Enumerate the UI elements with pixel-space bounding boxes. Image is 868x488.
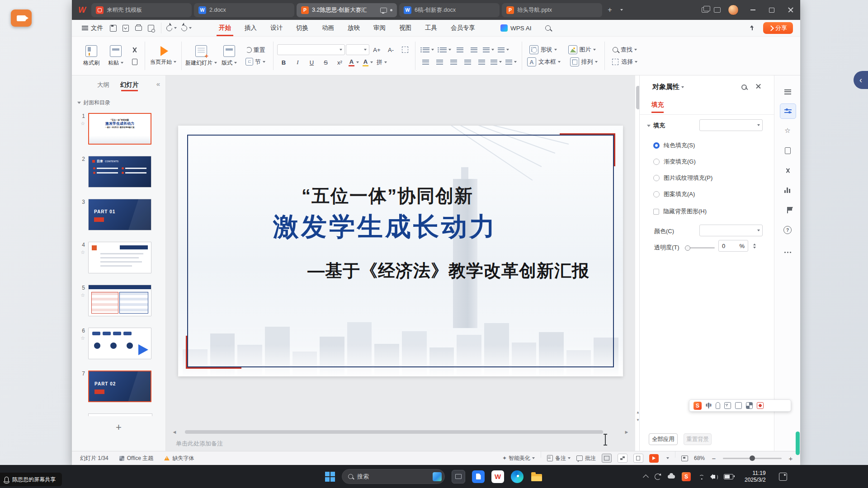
object-properties-icon[interactable] <box>780 103 796 119</box>
radio-gradient-fill[interactable]: 渐变填充(G) <box>653 158 696 166</box>
tab-header-nav-pptx[interactable]: P 抬头导航.pptx <box>502 3 602 17</box>
slide-thumbnail-peek[interactable] <box>88 413 152 416</box>
slide-thumbnail-1[interactable]: “五位一体”协同创新 激发学生成长动力 —基于《经济法》教学改革创新汇报 <box>88 113 151 145</box>
numbering-button[interactable] <box>436 45 453 55</box>
file-explorer-icon[interactable] <box>530 470 543 483</box>
copy-button[interactable] <box>128 57 141 67</box>
zoom-thumb[interactable] <box>750 455 755 461</box>
tab-docer[interactable]: 来稻壳 找模板 <box>91 3 192 17</box>
star-icon[interactable]: ☆ <box>780 123 795 138</box>
help-icon[interactable]: ? <box>780 223 795 237</box>
menu-tab-tools[interactable]: 工具 <box>418 20 444 36</box>
comments-button[interactable]: 批注 <box>576 455 596 462</box>
keyboard-icon[interactable] <box>724 402 731 409</box>
handwriting-grid-icon[interactable] <box>746 402 753 409</box>
tab-document-6[interactable]: W 6稿-创新赛.docx <box>399 3 500 17</box>
tab-slides[interactable]: 幻灯片 <box>120 81 139 89</box>
ime-mode-toggle[interactable]: 中 <box>706 402 712 410</box>
screen-share-banner[interactable]: 陈思思的屏幕共享 <box>0 473 62 486</box>
menu-tab-design[interactable]: 设计 <box>264 20 289 36</box>
menu-tab-insert[interactable]: 插入 <box>238 20 264 36</box>
arrange-button[interactable]: 排列 <box>566 57 601 67</box>
menu-tab-review[interactable]: 审阅 <box>367 20 392 36</box>
maximize-button[interactable] <box>762 0 781 20</box>
slide-thumbnail-6[interactable] <box>88 328 151 359</box>
picture-button[interactable]: 图片 <box>565 45 599 55</box>
apply-all-button[interactable]: 全部应用 <box>649 433 678 445</box>
slide-main-title[interactable]: 激发学生成长动力 <box>273 210 497 244</box>
pages-icon[interactable] <box>780 143 795 158</box>
sogou-logo[interactable]: S <box>693 402 702 410</box>
cut-brush-icon[interactable] <box>780 163 795 178</box>
side-dock-collapse-handle[interactable]: ‹ <box>854 71 868 89</box>
columns-button[interactable] <box>504 57 518 67</box>
export-button[interactable] <box>120 23 131 33</box>
more-icon[interactable] <box>780 245 795 259</box>
zoom-percent[interactable]: 68% <box>694 455 705 461</box>
reset-background-button[interactable]: 重置背景 <box>684 433 712 445</box>
slider-thumb[interactable] <box>685 245 690 251</box>
cloud-icon[interactable] <box>668 475 675 479</box>
font-name-select[interactable] <box>277 44 345 55</box>
menu-tab-transition[interactable]: 切换 <box>289 20 315 36</box>
hidden-icons-chevron[interactable] <box>643 474 649 480</box>
upload-cloud-button[interactable] <box>747 23 758 33</box>
sogou-tray-icon[interactable]: S <box>682 472 691 481</box>
cut-button[interactable] <box>128 45 141 55</box>
taskbar-clock[interactable]: 11:19 2025/3/2 <box>745 470 766 483</box>
new-tab-button[interactable]: + <box>604 5 615 15</box>
find-button[interactable]: 查找 <box>609 45 641 55</box>
zoom-in-button[interactable]: + <box>788 455 794 462</box>
indent-button[interactable] <box>467 45 481 55</box>
fill-tab[interactable]: 填充 <box>651 101 664 109</box>
menu-tab-wps-ai[interactable]: WPS AI <box>494 20 538 36</box>
user-avatar[interactable] <box>728 5 739 15</box>
input-method-toolbar[interactable]: S 中 <box>689 399 791 412</box>
tab-list-button[interactable] <box>615 5 626 15</box>
reading-view-button[interactable] <box>633 454 643 463</box>
horizontal-scrollbar[interactable]: ◄ ► <box>171 429 630 435</box>
textbox-button[interactable]: 文本框 <box>526 57 562 67</box>
align-center-button[interactable] <box>433 57 446 67</box>
play-from-current-button[interactable]: 当页开始 <box>149 39 178 73</box>
slide-thumbnail-3[interactable]: PART 01 <box>88 199 151 230</box>
align-right-button[interactable] <box>447 57 460 67</box>
redo-button[interactable] <box>179 23 194 33</box>
color-select[interactable] <box>699 225 763 236</box>
transparency-slider[interactable] <box>686 247 715 249</box>
chart-icon[interactable] <box>780 183 795 197</box>
smart-beautify-button[interactable]: ✦智能美化 <box>502 455 535 462</box>
align-left-button[interactable] <box>419 57 432 67</box>
start-button[interactable] <box>325 472 335 482</box>
transparency-input[interactable]: 0 % <box>718 240 748 252</box>
notes-button[interactable]: 备注 <box>547 455 571 462</box>
slide-thumbnail-5[interactable] <box>88 285 151 316</box>
wps-app-icon[interactable]: W <box>491 470 504 483</box>
slide-canvas[interactable]: “五位一体”协同创新 激发学生成长动力 —基于《经济法》教学改革创新汇报 ◄ ►… <box>166 75 635 451</box>
reset-slide-button[interactable]: 重置 <box>241 45 269 55</box>
menu-tab-membership[interactable]: 会员专享 <box>444 20 482 36</box>
menu-tab-animation[interactable]: 动画 <box>315 20 341 36</box>
menu-tab-slideshow[interactable]: 放映 <box>341 20 367 36</box>
slide-sorter-view-button[interactable] <box>618 454 627 463</box>
distribute-button[interactable] <box>475 57 488 67</box>
star-icon[interactable]: ☆ <box>80 121 85 127</box>
bold-button[interactable]: B <box>277 57 290 67</box>
add-slide-button[interactable]: + <box>72 422 165 433</box>
battery-icon[interactable] <box>724 474 733 479</box>
normal-view-button[interactable] <box>602 454 612 463</box>
pin-icon[interactable] <box>741 84 747 90</box>
tab-current-presentation[interactable]: P 3.2陈思思-创新大赛汇 <box>297 3 397 17</box>
radio-pattern-fill[interactable]: 图案填充(A) <box>653 190 695 198</box>
font-color-button[interactable]: A <box>347 57 360 67</box>
star-icon[interactable]: ☆ <box>80 249 85 255</box>
docs-app-icon[interactable] <box>472 470 485 483</box>
bullets-button[interactable] <box>419 45 435 55</box>
clear-format-button[interactable] <box>398 45 411 55</box>
transparency-stepper[interactable] <box>751 240 758 252</box>
edge-browser-icon[interactable] <box>511 470 524 483</box>
menu-icon[interactable] <box>780 84 795 99</box>
missing-font-warning[interactable]: 缺失字体 <box>164 455 194 462</box>
star-icon[interactable]: ☆ <box>80 335 85 341</box>
close-panel-icon[interactable] <box>755 83 762 90</box>
